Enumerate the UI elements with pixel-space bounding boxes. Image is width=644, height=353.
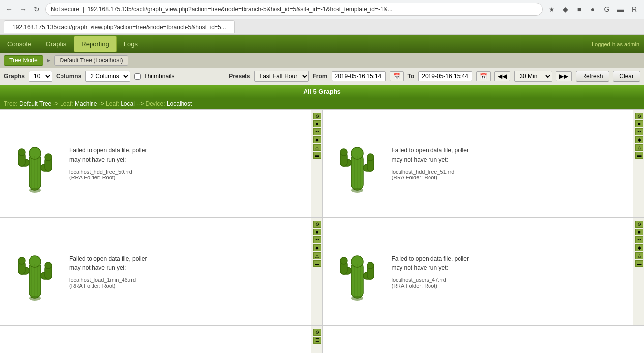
calendar-to-icon[interactable]: 📅: [476, 71, 491, 81]
extension-icon1[interactable]: ◆: [559, 3, 571, 15]
graph-filename-3: localhost_load_1min_46.rrd(RRA Folder: R…: [69, 277, 147, 289]
columns-select[interactable]: 2 Columns 1 Column 3 Columns: [85, 71, 130, 82]
nav-console[interactable]: Console: [0, 36, 38, 52]
table-icon-3[interactable]: ☷: [313, 236, 321, 243]
graph-error-line1-3: Failed to open data file, pollermay not …: [69, 254, 147, 273]
browser-tab[interactable]: 192.168.175.135/cacti/graph_view.php?act…: [4, 20, 235, 33]
graph-cell-partial-1: ⚙ ☰: [0, 325, 322, 353]
breadcrumb-bar: Tree Mode ► Default Tree (Localhost): [0, 53, 644, 68]
gear-icon-p1[interactable]: ⚙: [313, 329, 321, 336]
graph-content-4: Failed to open data file, pollermay not …: [323, 218, 633, 325]
pin-icon-1[interactable]: ▬: [313, 152, 321, 159]
thumbnails-checkbox[interactable]: [134, 73, 141, 80]
user-icon[interactable]: R: [628, 3, 640, 15]
image-icon-1[interactable]: ◆: [313, 136, 321, 143]
graph-sidebar-3: ⚙ ■ ☷ ◆ △ ▬: [311, 218, 322, 325]
breadcrumb-tree-mode[interactable]: Tree Mode: [4, 55, 43, 66]
table-icon-2[interactable]: ☷: [635, 128, 643, 135]
arrow2: ->: [99, 100, 104, 107]
svg-point-16: [340, 149, 347, 156]
device-label: Device:: [146, 100, 165, 107]
image-icon-4[interactable]: ◆: [635, 244, 643, 251]
graph-error-info-1: Failed to open data file, pollermay not …: [69, 146, 147, 180]
refresh-button[interactable]: Refresh: [576, 71, 609, 82]
address-bar[interactable]: [45, 3, 543, 16]
graph-sidebar-4: ⚙ ■ ☷ ◆ △ ▬: [633, 218, 644, 325]
thumbnails-label: Thumbnails: [134, 73, 174, 80]
extension-icon5[interactable]: ▬: [614, 3, 626, 15]
browser-toolbar: ← → ↻ ★ ◆ ■ ● G ▬ R: [0, 0, 644, 19]
cactus-image-4: [333, 237, 382, 306]
extension-icon3[interactable]: ●: [587, 3, 599, 15]
graphs-count-select[interactable]: 10 25 50: [29, 71, 52, 82]
back-button[interactable]: ←: [4, 4, 15, 15]
graph-error-info-3: Failed to open data file, pollermay not …: [69, 254, 147, 289]
image-icon-2[interactable]: ◆: [635, 136, 643, 143]
tree-value: Default Tree: [19, 100, 51, 107]
next-interval-button[interactable]: ▶▶: [556, 71, 572, 81]
gear-icon-2[interactable]: ⚙: [635, 113, 643, 119]
graph-filename-2: localhost_hdd_free_51.rrd(RRA Folder: Ro…: [392, 169, 469, 180]
image-icon-3[interactable]: ◆: [313, 244, 321, 251]
csv-icon-3[interactable]: ■: [313, 229, 321, 235]
gear-icon-4[interactable]: ⚙: [635, 221, 643, 228]
gear-icon-1[interactable]: ⚙: [313, 113, 321, 119]
from-date-input[interactable]: [332, 71, 386, 81]
list-icon-p1[interactable]: ☰: [313, 337, 321, 344]
tab-bar: 192.168.175.135/cacti/graph_view.php?act…: [0, 19, 644, 35]
pin-icon-4[interactable]: ▬: [635, 260, 643, 267]
calendar-from-icon[interactable]: 📅: [390, 71, 404, 81]
leaf1-label: Leaf:: [60, 100, 73, 107]
nav-graphs[interactable]: Graphs: [38, 36, 74, 52]
clear-button[interactable]: Clear: [613, 71, 640, 82]
to-date-input[interactable]: [418, 71, 472, 81]
pin-icon-3[interactable]: ▬: [313, 260, 321, 267]
breadcrumb-sep: ►: [46, 58, 52, 63]
interval-select[interactable]: 30 Min 1 Hour 6 Hours: [514, 71, 552, 82]
preset-select[interactable]: Last Half Hour Last Hour Last Day: [254, 71, 309, 82]
graph-row-partial: ⚙ ☰: [0, 325, 644, 353]
app-nav: Console Graphs Reporting Logs Logged in …: [0, 35, 644, 53]
bookmark-icon[interactable]: ★: [546, 3, 557, 15]
zoom-icon-2[interactable]: △: [635, 144, 643, 151]
zoom-icon-3[interactable]: △: [313, 252, 321, 259]
csv-icon-2[interactable]: ■: [635, 120, 643, 127]
table-icon-4[interactable]: ☷: [635, 236, 643, 243]
zoom-icon-1[interactable]: △: [313, 144, 321, 151]
cactus-image-3: [10, 237, 60, 306]
nav-reporting[interactable]: Reporting: [74, 36, 116, 52]
gear-icon-3[interactable]: ⚙: [313, 221, 321, 228]
reload-button[interactable]: ↻: [31, 4, 42, 15]
svg-point-43: [367, 262, 374, 269]
section-header: All 5 Graphs: [0, 85, 644, 98]
forward-button[interactable]: →: [18, 4, 29, 15]
graph-cell-4: Failed to open data file, pollermay not …: [322, 217, 644, 325]
columns-label: Columns: [56, 73, 81, 80]
svg-point-7: [45, 154, 52, 161]
extension-icon2[interactable]: ■: [573, 3, 585, 15]
graph-sidebar-2: ⚙ ■ ☷ ◆ △ ▬: [633, 110, 644, 217]
presets-label: Presets: [229, 73, 250, 80]
graph-grid: Failed to open data file, pollermay not …: [0, 109, 644, 325]
device-value: Localhost: [167, 100, 192, 107]
to-label: To: [408, 73, 415, 80]
csv-icon-1[interactable]: ■: [313, 120, 321, 127]
leaf1-value: Machine: [75, 100, 97, 107]
graph-sidebar-partial-1: ⚙ ☰: [311, 326, 322, 353]
csv-icon-4[interactable]: ■: [635, 229, 643, 235]
breadcrumb-default-tree[interactable]: Default Tree (Localhost): [54, 55, 128, 66]
graph-content-2: Failed to open data file, pollermay not …: [323, 110, 633, 217]
graph-sidebar-1: ⚙ ■ ☷ ◆ △ ▬: [311, 110, 322, 217]
graph-error-line1-1: Failed to open data file, pollermay not …: [69, 146, 147, 165]
arrow3: -->: [136, 100, 144, 107]
graph-filename-4: localhost_users_47.rrd(RRA Folder: Root): [392, 277, 469, 289]
table-icon-1[interactable]: ☷: [313, 128, 321, 135]
zoom-icon-4[interactable]: △: [635, 252, 643, 259]
graph-error-info-4: Failed to open data file, pollermay not …: [392, 254, 469, 289]
graph-error-line1-2: Failed to open data file, pollermay not …: [392, 146, 469, 165]
prev-interval-button[interactable]: ◀◀: [494, 71, 510, 81]
extension-icon4[interactable]: G: [601, 3, 613, 15]
pin-icon-2[interactable]: ▬: [635, 152, 643, 159]
graph-filename-1: localhost_hdd_free_50.rrd(RRA Folder: Ro…: [69, 169, 147, 180]
nav-logs[interactable]: Logs: [117, 36, 145, 52]
